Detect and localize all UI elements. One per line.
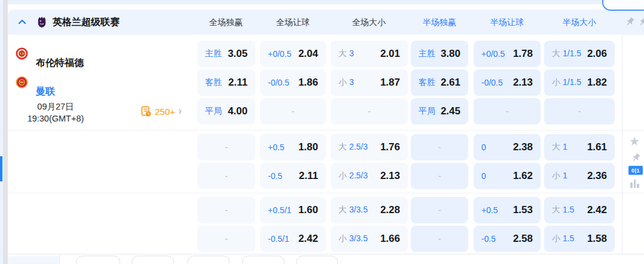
odds-cell[interactable]: 大 1/1.52.06: [544, 41, 615, 67]
odds-cell[interactable]: 02.38: [474, 134, 541, 160]
odds-value: 2.13: [380, 170, 400, 182]
odds-cell[interactable]: 大 11.61: [544, 134, 615, 160]
empty-dash: -: [268, 107, 318, 116]
match-odds-card: 英格兰超级联赛 全场独赢 全场让球 全场大小 半场独赢 半场让球 半场大小: [8, 10, 644, 264]
odds-cell[interactable]: 客胜2.11: [197, 69, 255, 96]
odds-cell[interactable]: 小 1/1.51.82: [544, 69, 615, 96]
odds-line: 3/3.5: [349, 233, 368, 243]
empty-dash: -: [205, 205, 248, 215]
odds-label: 小 1/1.5: [552, 77, 581, 88]
favorite-star-icon[interactable]: ★: [629, 134, 640, 148]
odds-cell[interactable]: 小 2.5/32.13: [331, 163, 408, 189]
bottom-tab-button[interactable]: [187, 256, 230, 264]
odds-value: 1.76: [380, 141, 400, 153]
away-team-name[interactable]: 曼联: [36, 86, 55, 98]
league-title: 英格兰超级联赛: [53, 16, 120, 29]
odds-cell[interactable]: +0/0.52.04: [260, 41, 326, 67]
odds-cell[interactable]: 小 3/3.51.66: [331, 226, 408, 252]
empty-dash: -: [205, 171, 248, 181]
home-team-name[interactable]: 布伦特福德: [36, 57, 84, 69]
odds-line: 1: [563, 171, 567, 180]
odds-value: 2.06: [587, 48, 607, 60]
odds-label: 0: [481, 171, 486, 181]
odds-cell[interactable]: 大 2.5/31.76: [331, 134, 408, 160]
odds-value: 1.66: [380, 233, 400, 245]
bottom-tab-button[interactable]: [242, 256, 285, 264]
odds-label-prefix: 大: [552, 142, 560, 151]
odds-label: 0: [481, 142, 486, 152]
odds-cell[interactable]: 小 12.36: [544, 163, 615, 189]
odds-label: 主胜: [419, 48, 435, 59]
bottom-tab-button[interactable]: [76, 256, 120, 264]
odds-cell-empty: -: [474, 98, 541, 125]
column-header-halftime-overunder[interactable]: 半场大小: [563, 17, 596, 28]
odds-value: 1.61: [587, 141, 607, 153]
odds-cell-empty: -: [331, 98, 408, 125]
stats-bar-chart-icon[interactable]: [630, 179, 641, 188]
odds-cell[interactable]: 小 31.87: [331, 69, 408, 96]
odds-cell[interactable]: 客胜2.61: [411, 69, 468, 96]
odds-label: 小 3/3.5: [338, 233, 368, 244]
top-filter-pill-button[interactable]: [602, 0, 644, 11]
odds-value: 2.38: [513, 141, 533, 153]
odds-cell[interactable]: 01.62: [474, 163, 541, 189]
bottom-tab-button[interactable]: [132, 256, 174, 264]
odds-cell[interactable]: 主胜3.80: [411, 41, 468, 67]
odds-cell[interactable]: -0.52.58: [474, 226, 541, 252]
odds-label-prefix: 小: [338, 171, 347, 180]
odds-cell[interactable]: 平局2.45: [411, 98, 468, 125]
odds-cell[interactable]: +0.51.53: [474, 197, 541, 223]
odds-cell[interactable]: +0.51.80: [260, 134, 326, 160]
column-header-fulltime-overunder[interactable]: 全场大小: [352, 17, 386, 28]
column-header-halftime-1x2[interactable]: 半场独赢: [423, 17, 456, 28]
odds-cell[interactable]: -0.5/12.42: [260, 226, 326, 252]
next-section-divider: [59, 254, 60, 264]
empty-dash: -: [419, 205, 460, 215]
odds-label: 小 1.5: [552, 233, 574, 244]
more-markets-link[interactable]: 250+ ›: [141, 98, 182, 125]
bottom-tab-button[interactable]: [296, 256, 338, 264]
column-header-fulltime-1x2[interactable]: 全场独赢: [209, 17, 243, 28]
odds-line: 平局: [205, 106, 222, 116]
scrollbar[interactable]: [3, 0, 8, 264]
column-header-halftime-handicap[interactable]: 半场让球: [490, 17, 524, 28]
pin-icon[interactable]: [625, 17, 635, 27]
odds-line: -0.5: [268, 171, 282, 181]
odds-cell[interactable]: 大 3/3.52.28: [331, 197, 408, 223]
odds-cell[interactable]: 平局4.00: [197, 98, 255, 125]
score-badge[interactable]: 0|1: [628, 166, 643, 175]
odds-line: 3/3.5: [349, 205, 368, 214]
odds-value: 2.13: [513, 77, 533, 89]
odds-page: 英格兰超级联赛 全场独赢 全场让球 全场大小 半场独赢 半场让球 半场大小: [0, 0, 644, 264]
odds-line: +0.5/1: [268, 205, 291, 215]
column-header-fulltime-handicap[interactable]: 全场让球: [276, 17, 310, 28]
odds-cell[interactable]: 主胜3.05: [197, 41, 255, 67]
odds-cell[interactable]: -0/0.52.13: [474, 69, 541, 96]
odds-label: 客胜: [205, 77, 222, 88]
collapse-chevron-up-icon[interactable]: [17, 17, 28, 28]
pin-icon[interactable]: [638, 17, 644, 27]
odds-label: 大 1.5: [552, 205, 574, 216]
odds-cell[interactable]: +0.5/11.60: [260, 197, 326, 223]
odds-label: 大 2.5/3: [338, 142, 368, 153]
empty-dash: -: [205, 142, 248, 152]
odds-value: 2.61: [441, 77, 460, 89]
odds-value: 3.80: [441, 48, 460, 60]
odds-cell[interactable]: 大 1.52.42: [544, 197, 615, 223]
markets-list-icon: [141, 106, 152, 117]
odds-label: -0.5: [268, 171, 282, 181]
odds-cell[interactable]: -0/0.51.86: [260, 69, 326, 96]
scroll-position-indicator: [0, 156, 2, 181]
odds-cell[interactable]: 小 1.51.58: [544, 226, 615, 252]
odds-cell[interactable]: 大 32.01: [331, 41, 408, 67]
odds-line: 2.5/3: [349, 142, 368, 151]
odds-label: 小 3: [338, 77, 354, 88]
odds-value: 4.00: [228, 105, 248, 117]
odds-cell[interactable]: +0/0.51.78: [474, 41, 541, 67]
odds-label: 大 1: [552, 142, 567, 153]
odds-label: -0.5: [481, 234, 496, 244]
pin-icon[interactable]: [631, 153, 641, 163]
odds-label: 平局: [419, 106, 435, 117]
odds-value: 1.86: [298, 77, 318, 89]
odds-cell[interactable]: -0.52.11: [260, 163, 326, 189]
